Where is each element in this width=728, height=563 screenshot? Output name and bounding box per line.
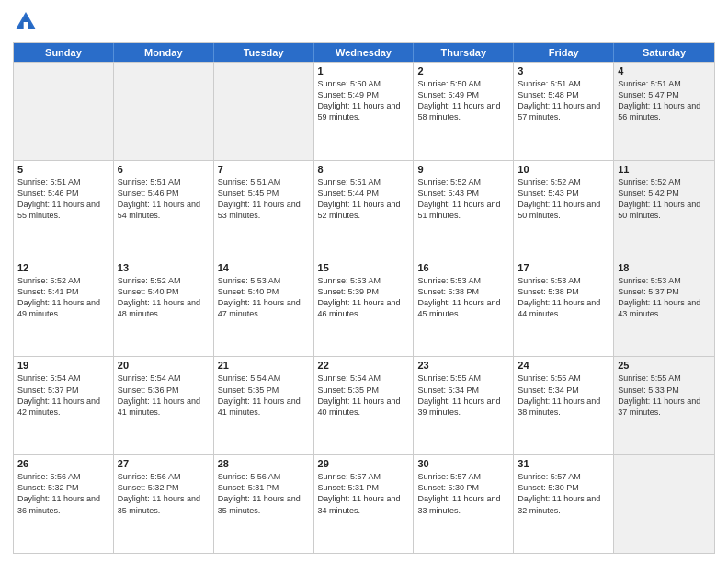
header-day-monday: Monday bbox=[114, 43, 214, 62]
cal-cell: 16Sunrise: 5:53 AM Sunset: 5:38 PM Dayli… bbox=[414, 259, 514, 357]
cal-cell: 29Sunrise: 5:57 AM Sunset: 5:31 PM Dayli… bbox=[314, 455, 415, 553]
calendar-header: SundayMondayTuesdayWednesdayThursdayFrid… bbox=[14, 43, 714, 62]
cal-cell: 23Sunrise: 5:55 AM Sunset: 5:34 PM Dayli… bbox=[414, 357, 514, 454]
day-info: Sunrise: 5:57 AM Sunset: 5:30 PM Dayligh… bbox=[417, 471, 509, 516]
week-row-1: 5Sunrise: 5:51 AM Sunset: 5:46 PM Daylig… bbox=[14, 160, 714, 259]
day-number: 25 bbox=[618, 360, 711, 371]
day-info: Sunrise: 5:56 AM Sunset: 5:31 PM Dayligh… bbox=[218, 471, 310, 516]
day-info: Sunrise: 5:51 AM Sunset: 5:46 PM Dayligh… bbox=[17, 177, 109, 222]
day-info: Sunrise: 5:54 AM Sunset: 5:37 PM Dayligh… bbox=[17, 373, 109, 418]
header-day-tuesday: Tuesday bbox=[214, 43, 314, 62]
day-info: Sunrise: 5:57 AM Sunset: 5:30 PM Dayligh… bbox=[518, 471, 609, 516]
day-number: 2 bbox=[417, 65, 509, 76]
calendar-body: 1Sunrise: 5:50 AM Sunset: 5:49 PM Daylig… bbox=[14, 62, 714, 553]
svg-rect-2 bbox=[24, 22, 28, 29]
day-number: 1 bbox=[318, 65, 410, 76]
day-number: 18 bbox=[618, 262, 711, 273]
day-info: Sunrise: 5:53 AM Sunset: 5:38 PM Dayligh… bbox=[518, 275, 609, 320]
day-number: 30 bbox=[417, 458, 509, 469]
day-info: Sunrise: 5:55 AM Sunset: 5:33 PM Dayligh… bbox=[618, 373, 711, 418]
day-number: 7 bbox=[218, 164, 310, 175]
day-number: 20 bbox=[118, 360, 210, 371]
day-number: 14 bbox=[218, 262, 310, 273]
day-info: Sunrise: 5:53 AM Sunset: 5:40 PM Dayligh… bbox=[218, 275, 310, 320]
day-number: 31 bbox=[518, 458, 609, 469]
day-info: Sunrise: 5:53 AM Sunset: 5:37 PM Dayligh… bbox=[618, 275, 711, 320]
header-day-friday: Friday bbox=[514, 43, 614, 62]
day-info: Sunrise: 5:51 AM Sunset: 5:44 PM Dayligh… bbox=[318, 177, 410, 222]
week-row-0: 1Sunrise: 5:50 AM Sunset: 5:49 PM Daylig… bbox=[14, 62, 714, 160]
logo-icon bbox=[13, 9, 39, 35]
cal-cell: 18Sunrise: 5:53 AM Sunset: 5:37 PM Dayli… bbox=[614, 259, 714, 357]
cal-cell bbox=[114, 63, 214, 160]
calendar: SundayMondayTuesdayWednesdayThursdayFrid… bbox=[13, 42, 715, 554]
day-number: 10 bbox=[518, 164, 609, 175]
cal-cell: 21Sunrise: 5:54 AM Sunset: 5:35 PM Dayli… bbox=[214, 357, 314, 454]
week-row-3: 19Sunrise: 5:54 AM Sunset: 5:37 PM Dayli… bbox=[14, 356, 714, 454]
day-number: 12 bbox=[17, 262, 109, 273]
logo bbox=[13, 9, 42, 35]
day-info: Sunrise: 5:51 AM Sunset: 5:45 PM Dayligh… bbox=[218, 177, 310, 222]
day-info: Sunrise: 5:52 AM Sunset: 5:42 PM Dayligh… bbox=[618, 177, 711, 222]
cal-cell bbox=[14, 63, 114, 160]
day-number: 27 bbox=[118, 458, 210, 469]
cal-cell: 14Sunrise: 5:53 AM Sunset: 5:40 PM Dayli… bbox=[214, 259, 314, 357]
cal-cell: 26Sunrise: 5:56 AM Sunset: 5:32 PM Dayli… bbox=[14, 455, 114, 553]
header-day-saturday: Saturday bbox=[614, 43, 714, 62]
cal-cell: 22Sunrise: 5:54 AM Sunset: 5:35 PM Dayli… bbox=[314, 357, 415, 454]
day-info: Sunrise: 5:54 AM Sunset: 5:36 PM Dayligh… bbox=[118, 373, 210, 418]
cal-cell: 11Sunrise: 5:52 AM Sunset: 5:42 PM Dayli… bbox=[614, 161, 714, 259]
day-number: 11 bbox=[618, 164, 711, 175]
cal-cell: 9Sunrise: 5:52 AM Sunset: 5:43 PM Daylig… bbox=[414, 161, 514, 259]
cal-cell: 4Sunrise: 5:51 AM Sunset: 5:47 PM Daylig… bbox=[614, 63, 714, 160]
day-number: 3 bbox=[518, 65, 609, 76]
day-number: 24 bbox=[518, 360, 609, 371]
header bbox=[13, 9, 715, 35]
cal-cell: 20Sunrise: 5:54 AM Sunset: 5:36 PM Dayli… bbox=[114, 357, 214, 454]
day-number: 15 bbox=[318, 262, 410, 273]
header-day-wednesday: Wednesday bbox=[314, 43, 415, 62]
cal-cell: 17Sunrise: 5:53 AM Sunset: 5:38 PM Dayli… bbox=[514, 259, 614, 357]
day-number: 23 bbox=[417, 360, 509, 371]
day-info: Sunrise: 5:51 AM Sunset: 5:47 PM Dayligh… bbox=[618, 78, 711, 123]
day-number: 6 bbox=[118, 164, 210, 175]
day-number: 8 bbox=[318, 164, 410, 175]
cal-cell: 7Sunrise: 5:51 AM Sunset: 5:45 PM Daylig… bbox=[214, 161, 314, 259]
day-info: Sunrise: 5:52 AM Sunset: 5:43 PM Dayligh… bbox=[518, 177, 609, 222]
cal-cell: 1Sunrise: 5:50 AM Sunset: 5:49 PM Daylig… bbox=[314, 63, 415, 160]
cal-cell: 15Sunrise: 5:53 AM Sunset: 5:39 PM Dayli… bbox=[314, 259, 415, 357]
header-day-sunday: Sunday bbox=[14, 43, 114, 62]
day-info: Sunrise: 5:55 AM Sunset: 5:34 PM Dayligh… bbox=[518, 373, 609, 418]
cal-cell: 12Sunrise: 5:52 AM Sunset: 5:41 PM Dayli… bbox=[14, 259, 114, 357]
week-row-4: 26Sunrise: 5:56 AM Sunset: 5:32 PM Dayli… bbox=[14, 454, 714, 553]
day-number: 5 bbox=[17, 164, 109, 175]
cal-cell: 10Sunrise: 5:52 AM Sunset: 5:43 PM Dayli… bbox=[514, 161, 614, 259]
week-row-2: 12Sunrise: 5:52 AM Sunset: 5:41 PM Dayli… bbox=[14, 259, 714, 357]
cal-cell: 3Sunrise: 5:51 AM Sunset: 5:48 PM Daylig… bbox=[514, 63, 614, 160]
day-info: Sunrise: 5:56 AM Sunset: 5:32 PM Dayligh… bbox=[17, 471, 109, 516]
day-number: 26 bbox=[17, 458, 109, 469]
day-info: Sunrise: 5:54 AM Sunset: 5:35 PM Dayligh… bbox=[218, 373, 310, 418]
day-info: Sunrise: 5:56 AM Sunset: 5:32 PM Dayligh… bbox=[118, 471, 210, 516]
cal-cell: 13Sunrise: 5:52 AM Sunset: 5:40 PM Dayli… bbox=[114, 259, 214, 357]
cal-cell: 24Sunrise: 5:55 AM Sunset: 5:34 PM Dayli… bbox=[514, 357, 614, 454]
cal-cell: 28Sunrise: 5:56 AM Sunset: 5:31 PM Dayli… bbox=[214, 455, 314, 553]
day-number: 13 bbox=[118, 262, 210, 273]
day-info: Sunrise: 5:57 AM Sunset: 5:31 PM Dayligh… bbox=[318, 471, 410, 516]
cal-cell: 5Sunrise: 5:51 AM Sunset: 5:46 PM Daylig… bbox=[14, 161, 114, 259]
cal-cell: 31Sunrise: 5:57 AM Sunset: 5:30 PM Dayli… bbox=[514, 455, 614, 553]
day-number: 28 bbox=[218, 458, 310, 469]
day-number: 16 bbox=[417, 262, 509, 273]
cal-cell bbox=[214, 63, 314, 160]
day-info: Sunrise: 5:53 AM Sunset: 5:38 PM Dayligh… bbox=[417, 275, 509, 320]
page: SundayMondayTuesdayWednesdayThursdayFrid… bbox=[0, 0, 728, 563]
cal-cell: 6Sunrise: 5:51 AM Sunset: 5:46 PM Daylig… bbox=[114, 161, 214, 259]
day-info: Sunrise: 5:50 AM Sunset: 5:49 PM Dayligh… bbox=[318, 78, 410, 123]
day-info: Sunrise: 5:51 AM Sunset: 5:48 PM Dayligh… bbox=[518, 78, 609, 123]
day-number: 17 bbox=[518, 262, 609, 273]
day-info: Sunrise: 5:53 AM Sunset: 5:39 PM Dayligh… bbox=[318, 275, 410, 320]
cal-cell: 30Sunrise: 5:57 AM Sunset: 5:30 PM Dayli… bbox=[414, 455, 514, 553]
cal-cell: 19Sunrise: 5:54 AM Sunset: 5:37 PM Dayli… bbox=[14, 357, 114, 454]
cal-cell: 8Sunrise: 5:51 AM Sunset: 5:44 PM Daylig… bbox=[314, 161, 415, 259]
header-day-thursday: Thursday bbox=[414, 43, 514, 62]
